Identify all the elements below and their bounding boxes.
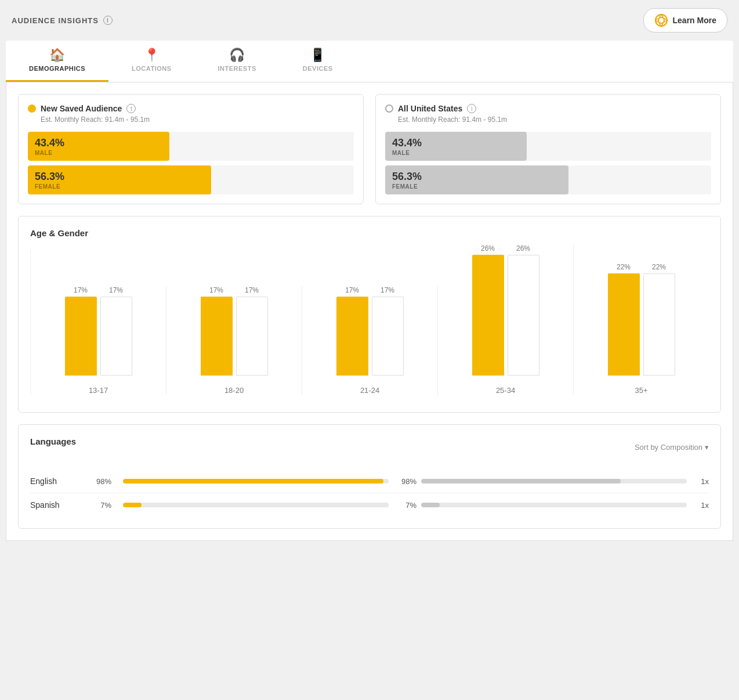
male-label-right: MALE xyxy=(392,150,527,156)
age-label-1820: 18-20 xyxy=(173,381,295,395)
lang-name-english: English xyxy=(30,477,77,486)
lang-bar-fill-spanish-yellow xyxy=(123,503,142,507)
lang-multiplier-spanish: 1x xyxy=(691,501,709,510)
audience-card-right: All United States i Est. Monthly Reach: … xyxy=(375,94,721,204)
bar-label-2534-white: 26% xyxy=(516,244,530,252)
gender-bars-right: 43.4% MALE 56.3% FEMALE xyxy=(385,132,711,194)
yellow-dot xyxy=(28,104,36,113)
bar-wrapper-2124-white: 17% xyxy=(372,286,404,376)
audience-reach-right: Est. Monthly Reach: 91.4m - 95.1m xyxy=(398,116,711,124)
female-pct-right: 56.3% xyxy=(392,171,568,183)
bar-wrapper-1317-yellow: 17% xyxy=(65,286,97,376)
lang-pct-spanish-right: 7% xyxy=(393,501,416,510)
bar-label-1820-yellow: 17% xyxy=(209,286,223,294)
tab-interests-label: INTERESTS xyxy=(218,65,256,72)
female-bar-fill-right: 56.3% FEMALE xyxy=(385,165,568,194)
lang-pct-english-right: 98% xyxy=(393,477,416,486)
language-row-spanish: Spanish 7% 7% 1x xyxy=(30,493,709,517)
male-bar-bg-left: 43.4% MALE xyxy=(28,132,354,161)
tab-interests[interactable]: 🎧 INTERESTS xyxy=(195,41,280,82)
interests-icon: 🎧 xyxy=(229,49,245,62)
audience-header-left: New Saved Audience t xyxy=(28,104,354,113)
tab-demographics[interactable]: 🏠 DEMOGRAPHICS xyxy=(6,41,108,82)
audience-row: New Saved Audience t Est. Monthly Reach:… xyxy=(18,94,721,204)
lang-bar-fill-english-yellow xyxy=(123,479,383,483)
tab-locations-label: LOCATIONS xyxy=(132,65,171,72)
bar-wrapper-1317-white: 17% xyxy=(100,286,132,376)
bar-pair-1317: 17% 17% xyxy=(38,286,159,376)
bar-2124-white xyxy=(372,297,404,376)
bar-pair-1820: 17% 17% xyxy=(173,286,295,376)
bar-label-35plus-yellow: 22% xyxy=(617,263,631,271)
bar-1820-white xyxy=(236,297,268,376)
age-group-1317: 17% 17% 13-17 xyxy=(31,286,166,395)
female-bar-right: 56.3% FEMALE xyxy=(385,165,711,194)
lang-bar-fill-english-gray xyxy=(421,479,621,483)
bar-label-35plus-white: 22% xyxy=(652,263,666,271)
bar-wrapper-1820-white: 17% xyxy=(236,286,268,376)
svg-point-0 xyxy=(655,15,667,26)
lang-bar-container-spanish-gray xyxy=(421,503,687,507)
chart-title: Age & Gender xyxy=(30,228,709,238)
bar-35plus-yellow xyxy=(608,273,640,376)
bars-wrapper: 17% 17% 13-17 17% xyxy=(30,250,709,395)
age-label-2124: 21-24 xyxy=(309,381,430,395)
audience-header-right: All United States i xyxy=(385,104,711,113)
demographics-icon: 🏠 xyxy=(49,49,66,62)
age-group-1820: 17% 17% 18-20 xyxy=(166,286,302,395)
lang-bar-fill-spanish-gray xyxy=(421,503,440,507)
bar-pair-2534: 26% 26% xyxy=(445,244,566,376)
sort-by-dropdown[interactable]: Sort by Composition ▾ xyxy=(635,443,709,452)
female-pct-left: 56.3% xyxy=(35,171,211,183)
title-info-icon[interactable]: i xyxy=(103,16,113,25)
bar-1317-yellow xyxy=(65,297,97,376)
tab-locations[interactable]: 📍 LOCATIONS xyxy=(108,41,194,82)
svg-point-1 xyxy=(658,17,664,23)
main-content: New Saved Audience t Est. Monthly Reach:… xyxy=(6,82,733,541)
audience-name-left: New Saved Audience xyxy=(41,104,122,113)
chevron-down-icon: ▾ xyxy=(705,443,709,452)
age-group-2124: 17% 17% 21-24 xyxy=(302,286,438,395)
male-pct-right: 43.4% xyxy=(392,137,527,149)
female-bar-bg-right: 56.3% FEMALE xyxy=(385,165,711,194)
bar-label-2534-yellow: 26% xyxy=(481,244,495,252)
bar-wrapper-1820-yellow: 17% xyxy=(201,286,233,376)
languages-title: Languages xyxy=(30,436,76,446)
languages-header: Languages Sort by Composition ▾ xyxy=(30,436,709,458)
languages-section: Languages Sort by Composition ▾ English … xyxy=(18,424,721,529)
age-label-2534: 25-34 xyxy=(445,381,566,395)
age-label-1317: 13-17 xyxy=(38,381,159,395)
female-label-right: FEMALE xyxy=(392,183,568,190)
tab-devices-label: DEVICES xyxy=(303,65,333,72)
bar-label-2124-white: 17% xyxy=(381,286,394,294)
sort-by-label: Sort by Composition xyxy=(635,443,702,452)
male-bar-left: 43.4% MALE xyxy=(28,132,354,161)
male-bar-bg-right: 43.4% MALE xyxy=(385,132,711,161)
audience-info-icon-left[interactable]: t xyxy=(126,104,136,113)
audience-reach-left: Est. Monthly Reach: 91.4m - 95.1m xyxy=(41,116,354,124)
lang-name-spanish: Spanish xyxy=(30,500,77,510)
tab-devices[interactable]: 📱 DEVICES xyxy=(280,41,356,82)
female-bar-fill-left: 56.3% FEMALE xyxy=(28,165,211,194)
learn-more-button[interactable]: Learn More xyxy=(643,8,727,33)
male-bar-fill-left: 43.4% MALE xyxy=(28,132,169,161)
female-bar-left: 56.3% FEMALE xyxy=(28,165,354,194)
female-bar-bg-left: 56.3% FEMALE xyxy=(28,165,354,194)
bar-2124-yellow xyxy=(336,297,368,376)
bar-chart-area: 17% 17% 13-17 17% xyxy=(30,250,709,400)
tabs-container: 🏠 DEMOGRAPHICS 📍 LOCATIONS 🎧 INTERESTS 📱… xyxy=(6,41,733,82)
bar-wrapper-2534-yellow: 26% xyxy=(472,244,504,376)
lang-bar-group-english: 98% 1x xyxy=(123,477,709,486)
audience-name-right: All United States xyxy=(398,104,462,113)
bar-label-1317-yellow: 17% xyxy=(74,286,88,294)
audience-info-icon-right[interactable]: i xyxy=(467,104,476,113)
language-row-english: English 98% 98% 1x xyxy=(30,470,709,493)
male-bar-right: 43.4% MALE xyxy=(385,132,711,161)
lang-pct-spanish-left: 7% xyxy=(88,501,111,510)
age-gender-chart: Age & Gender 17% 17% xyxy=(18,216,721,413)
lang-pct-english-left: 98% xyxy=(88,477,111,486)
gender-bars-left: 43.4% MALE 56.3% FEMALE xyxy=(28,132,354,194)
bar-pair-2124: 17% 17% xyxy=(309,286,430,376)
bar-label-1820-white: 17% xyxy=(245,286,259,294)
bar-label-2124-yellow: 17% xyxy=(345,286,359,294)
